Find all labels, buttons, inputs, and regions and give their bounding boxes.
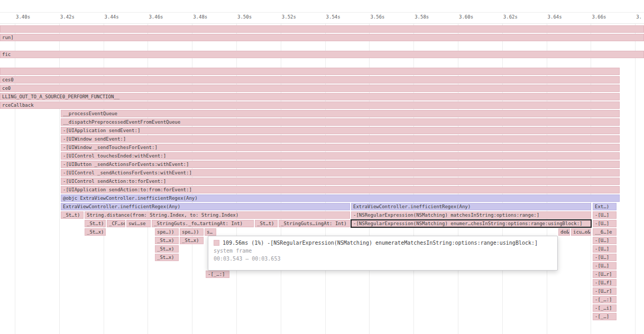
flame-bar[interactable]: _StringGuts…ingAt: Int) [279,220,350,227]
flame-bar[interactable]: -[UIWindow sendEvent:] [61,135,620,143]
flame-bar[interactable]: ces0 [0,76,620,84]
time-profiler-flame-graph: 3.40s3.42s3.44s3.46s3.48s3.50s3.52s3.54s… [0,0,644,334]
flame-bar[interactable]: _St…x) [85,228,106,236]
flame-bar[interactable]: icu…e&) [571,228,591,236]
ruler-tick-label: 3.64s [548,14,562,20]
flame-bar[interactable]: -[U…] [593,254,617,261]
flame-bar[interactable]: _St…t) [61,211,84,219]
ruler-tick-label: 3.42s [60,14,75,20]
flame-bar[interactable]: -[U…] [593,262,617,270]
flame-bar[interactable]: _St…x) [155,254,179,261]
ruler-tick-label: 3.60s [459,14,473,20]
flame-bar-selected[interactable]: -[NSRegularExpression(NSMatching) enumer… [351,220,591,227]
ruler-tick-label: 3.44s [105,14,119,20]
flame-bar[interactable]: _St…t) [85,220,106,227]
flame-bar[interactable]: __6…]e [593,228,617,236]
ruler-tick-label: 3.62s [503,14,518,20]
flame-bar[interactable]: __dispatchPreprocessedEventFromEventQueu… [61,118,620,126]
tooltip-duration: 109.56ms (1%) [223,240,264,246]
flame-bar[interactable]: -[UIControl _sendActionsForEvents:withEv… [61,169,620,177]
flame-bar[interactable]: -[_…] [593,313,617,320]
flame-bar[interactable]: Ext…) [593,203,617,210]
flame-bar[interactable]: -[U…r] [593,287,617,295]
flame-bar[interactable]: __processEventQueue [61,110,620,117]
ruler-tick-label: 3.46s [149,14,163,20]
flame-bar[interactable]: de&) [558,228,570,236]
ruler-tick-label: 3.52s [282,14,296,20]
ruler-tick-label: 3.50s [237,14,252,20]
ruler-tick-label: 3.54s [326,14,341,20]
ruler-tick-label: 3.40s [16,14,30,20]
flame-bar[interactable]: -[U…] [593,211,617,219]
flame-bar[interactable] [0,68,620,75]
flame-bar[interactable]: -[_…:] [593,296,617,303]
flame-bar[interactable]: s… [205,228,216,236]
flame-bar[interactable]: -[UIApplication sendAction:to:from:forEv… [61,186,620,193]
ruler-tick-label: 3.56s [370,14,384,20]
ruler-tick-label: 3.58s [415,14,429,20]
flame-bar[interactable]: LLING_OUT_TO_A_SOURCE0_PERFORM_FUNCTION_… [0,93,620,100]
tooltip-note: system frame [214,248,552,254]
flame-bar[interactable]: -[_…i] [593,304,617,312]
flame-bar[interactable]: rceCallback [0,101,620,109]
ruler-tick-label: 3.66s [592,14,606,20]
flame-bar[interactable]: -[UIWindow _sendTouchesForEvent:] [61,144,620,151]
flame-bar[interactable]: spe…)) [155,228,179,236]
ruler-tick-label: 3.48s [193,14,207,20]
flame-bar[interactable]: -[U…] [593,220,617,227]
flame-bar[interactable]: _St…x) [180,237,204,244]
flame-bar[interactable]: run] [0,34,644,41]
flame-bar[interactable]: ExtraViewController.inefficientRegex(Any… [61,203,350,210]
flame-bar[interactable]: -[UIApplication sendEvent:] [61,127,620,134]
flame-bar[interactable]: ce0 [0,85,620,92]
category-swatch-icon [214,240,219,246]
ruler-divider [0,12,644,13]
ruler-tick-label: 3. [636,14,642,20]
flame-bar[interactable]: -[NSRegularExpression(NSMatching) matche… [351,211,591,219]
flame-bar[interactable]: _CF…se [107,220,125,227]
tooltip: 109.56ms (1%) -[NSRegularExpression(NSMa… [208,236,558,271]
flame-bar[interactable] [0,25,644,33]
timeline-ruler[interactable]: 3.40s3.42s3.44s3.46s3.48s3.50s3.52s3.54s… [0,0,644,24]
flame-bar[interactable]: -[UIControl sendAction:to:forEvent:] [61,178,620,185]
flame-bar[interactable]: spe…)) [180,228,204,236]
flame-bar[interactable]: -[U…f] [593,279,617,286]
flame-bar[interactable]: -[_…:] [206,271,229,278]
flame-bar[interactable]: _St…t) [255,220,278,227]
flame-bar[interactable]: _St…x) [155,237,179,244]
tooltip-symbol: -[NSRegularExpression(NSMatching) enumer… [267,240,538,246]
tooltip-title-row: 109.56ms (1%) -[NSRegularExpression(NSMa… [214,240,552,246]
flame-bar[interactable]: -[U…] [593,245,617,253]
flame-bar[interactable]: swi…se [126,220,151,227]
flame-bar[interactable]: _StringGuts._fo…tartingAt: Int) [152,220,254,227]
tooltip-time-range: 00:03.543 — 00:03.653 [214,256,552,262]
flame-bar[interactable]: String.distance(from: String.Index, to: … [85,211,350,219]
flame-bar[interactable]: -[UIControl touchesEnded:withEvent:] [61,152,620,160]
flame-bar[interactable]: fic [0,51,644,58]
flame-bar[interactable]: -[U…r] [593,271,617,278]
flame-bar[interactable]: @objc ExtraViewController.inefficientReg… [61,194,620,202]
flame-bar[interactable]: -[UIButton _sendActionsForEvents:withEve… [61,161,620,168]
grid-line [635,23,636,334]
flame-bar[interactable]: _St…x) [155,245,179,253]
flame-bar[interactable]: -[U…] [593,237,617,244]
flame-bar[interactable]: ExtraViewController.inefficientRegex(Any… [351,203,591,210]
